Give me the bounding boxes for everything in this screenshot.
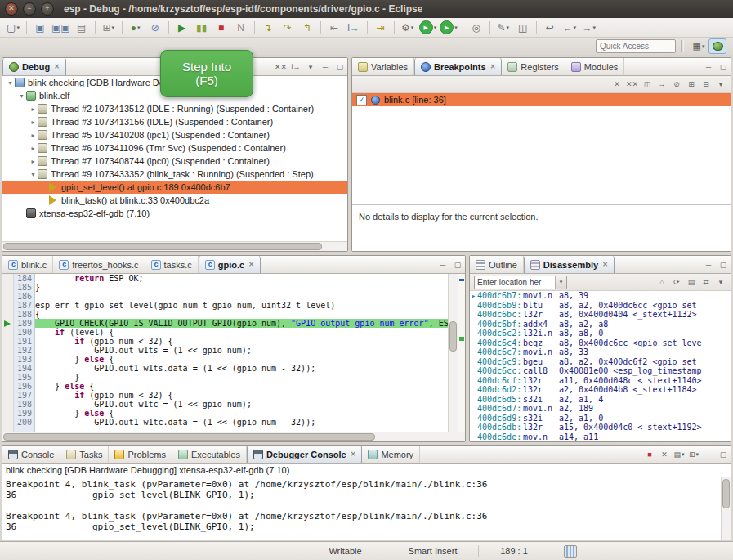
tab-debug[interactable]: Debug✕ (2, 58, 66, 75)
code-line-188[interactable]: { (35, 310, 448, 319)
tab-executables[interactable]: Executables (172, 446, 247, 463)
code-line-190[interactable]: if (level) { (35, 328, 448, 337)
new-wizard-button[interactable]: ▢▾ (5, 20, 21, 36)
editor-overview-ruler[interactable] (458, 274, 465, 432)
overview-current-line-marker[interactable] (459, 337, 464, 341)
tab-breakpoints[interactable]: Breakpoints✕ (414, 58, 502, 75)
code-line-194[interactable]: GPIO.out1_w1ts.data = (1 << (gpio_num - … (35, 364, 448, 373)
suspend-button[interactable]: ▮▮ (194, 20, 210, 36)
disassembly-line[interactable]: 400dc6de:mov.na14, a11 (470, 432, 731, 442)
dropdown-arrow-icon[interactable]: ▾ (506, 25, 509, 31)
window-maximize-button[interactable]: + (41, 2, 54, 16)
disassembly-line[interactable]: 400dc6bf:addx4a8, a2, a8 (470, 320, 731, 329)
disassembly-line[interactable]: ▶400dc6b7:movi.na8, 39 (470, 291, 731, 301)
tree-collapsed-icon[interactable]: ▸ (29, 119, 38, 126)
tab-registers[interactable]: Registers (502, 58, 565, 75)
tab-problems[interactable]: Problems (109, 446, 172, 463)
run-button[interactable]: ▶▾ (419, 20, 437, 36)
code-line-191[interactable]: if (gpio_num < 32) { (35, 337, 448, 346)
maximize-icon[interactable]: ▢ (452, 258, 463, 271)
combo-dropdown-icon[interactable]: ▾ (555, 276, 566, 289)
debug-tree-item[interactable]: ▸Thread #6 1073411096 (Tmr Svc) (Suspend… (2, 141, 347, 155)
location-combo-text[interactable]: Enter location her (475, 278, 555, 287)
tab-close-icon[interactable]: ✕ (248, 261, 254, 268)
disassembly-line[interactable]: 400dc6c4:beqza8, 0x400dc6cc <gpio_set_le… (470, 338, 731, 348)
code-line-187[interactable]: esp_err_t gpio_set_level(gpio_num_t gpio… (35, 301, 448, 310)
tab-variables[interactable]: Variables (352, 58, 414, 75)
tab-debugger-console[interactable]: Debugger Console✕ (247, 446, 363, 463)
remove-selected-breakpoints-icon[interactable]: ✕ (611, 78, 623, 91)
dropdown-arrow-icon[interactable]: ▾ (137, 25, 141, 31)
dropdown-arrow-icon[interactable]: ▾ (411, 25, 414, 31)
maximize-icon[interactable]: ▢ (334, 60, 346, 74)
maximize-icon[interactable]: ▢ (717, 258, 729, 271)
tab-memory[interactable]: Memory (362, 446, 420, 463)
code-line-199[interactable]: } else { (35, 409, 448, 418)
tab-gpio-c[interactable]: gpio.c✕ (199, 256, 261, 273)
disassembly-line[interactable]: 400dc6c2:l32i.na8, a8, 0 (470, 329, 731, 338)
display-selected-console-icon[interactable]: ▤▾ (673, 448, 685, 461)
minimize-icon[interactable]: ─ (703, 60, 714, 74)
save-all-button[interactable]: ▣▣ (51, 20, 70, 36)
editor-horizontal-scrollbar[interactable] (2, 432, 465, 441)
search-button[interactable]: ◎ (468, 20, 485, 36)
editor-icon-ruler[interactable] (2, 274, 14, 432)
disassembly-line[interactable]: 400dc6d9:s32ia2, a1, 0 (470, 414, 731, 423)
debug-tree-item[interactable]: gpio_set_level() at gpio.c:189 0x400dc6b… (2, 181, 347, 194)
disassembly-line[interactable]: 400dc6cc:call80x40081e00 <esp_log_timest… (470, 366, 731, 376)
show-breakpoints-for-selection-icon[interactable]: ◫ (641, 78, 653, 91)
window-minimize-button[interactable]: − (23, 2, 36, 16)
disassembly-line[interactable]: 400dc6c9:bgeua8, a2, 0x400dc6f2 <gpio_se… (470, 357, 731, 367)
disassembly-line[interactable]: 400dc6d2:l32ra2, 0x400d04b8 <_stext+1184… (470, 385, 731, 395)
disassembly-line[interactable]: 400dc6cf:l32ra11, 0x400d048c <_stext+114… (470, 376, 731, 386)
new-project-button[interactable]: ⊞▾ (101, 20, 117, 36)
debug-horizontal-scrollbar[interactable] (2, 241, 347, 251)
tab-modules[interactable]: Modules (565, 58, 625, 75)
dropdown-arrow-icon[interactable]: ▾ (434, 25, 437, 31)
debug-tree-item[interactable]: ▸Thread #7 1073408744 (ipc0) (Suspended … (2, 155, 347, 168)
tree-expanded-icon[interactable]: ▾ (17, 92, 26, 100)
disassembly-line[interactable]: 400dc6bc:l32ra8, 0x400d0404 <_stext+1132… (470, 310, 731, 320)
breakpoint-checkbox[interactable]: ✓ (356, 95, 367, 105)
new-file-button[interactable]: ✎▾ (495, 20, 512, 36)
refresh-icon[interactable]: ⟳ (671, 276, 682, 289)
tab-disassembly[interactable]: Disassembly✕ (524, 256, 615, 273)
tab-freertos-hooks-c[interactable]: freertos_hooks.c (53, 256, 145, 273)
sync-selection-icon[interactable]: ⇄ (700, 276, 712, 289)
editor-vertical-scrollbar[interactable] (448, 274, 458, 432)
tab-console[interactable]: Console (2, 446, 60, 463)
disassembly-line[interactable]: 400dc6b9:bltua8, a2, 0x400dc6cc <gpio_se… (470, 301, 731, 311)
open-console-icon[interactable]: ⊞▾ (688, 448, 699, 461)
maximize-icon[interactable]: ▢ (717, 60, 729, 74)
resume-button[interactable]: ▶ (174, 20, 190, 36)
step-over-button[interactable]: ↷ (279, 20, 296, 36)
debug-tree-item[interactable]: ▸Thread #5 1073410208 (ipc1) (Suspended … (2, 128, 347, 141)
collapse-all-icon[interactable]: ⊟ (700, 78, 712, 91)
code-line-200[interactable]: GPIO.out1_w1tc.data = (1 << (gpio_num - … (35, 418, 448, 427)
back-button[interactable]: ←▾ (561, 20, 578, 36)
scrollbar-thumb[interactable] (449, 321, 457, 352)
debug-tree-item[interactable]: blink_task() at blink.c:33 0x400dbc2a (2, 194, 347, 207)
scrollbar-thumb[interactable] (3, 433, 375, 441)
home-icon[interactable]: ⌂ (656, 276, 668, 289)
instruction-stepping-mode-button[interactable]: i→ (346, 20, 362, 36)
dropdown-arrow-icon[interactable]: ▾ (573, 25, 576, 31)
tab-close-icon[interactable]: ✕ (351, 450, 356, 458)
code-editor[interactable]: return ESP_OK;}esp_err_t gpio_set_level(… (35, 274, 448, 432)
scrollbar-thumb[interactable] (3, 243, 322, 250)
console-vertical-scrollbar[interactable] (721, 477, 731, 540)
location-combo[interactable]: Enter location her ▾ (474, 276, 567, 289)
remove-all-breakpoints-icon[interactable]: ✕✕ (626, 78, 638, 91)
step-into-button[interactable]: ↴ (260, 20, 276, 36)
remove-all-terminated-icon[interactable]: ✕✕ (275, 60, 287, 74)
minimize-icon[interactable]: ─ (703, 258, 714, 271)
code-line-193[interactable]: } else { (35, 355, 448, 364)
expand-all-icon[interactable]: ⊞ (686, 78, 697, 91)
debug-perspective-button[interactable] (708, 38, 726, 54)
code-line-186[interactable] (35, 292, 448, 301)
debug-tree-item[interactable]: ▾Thread #9 1073433352 (blink_task : Runn… (2, 168, 347, 181)
overview-marker[interactable] (459, 279, 464, 281)
tab-close-icon[interactable]: ✕ (54, 63, 60, 70)
tree-collapsed-icon[interactable]: ▸ (29, 145, 38, 152)
disconnect-button[interactable]: N (233, 20, 249, 36)
